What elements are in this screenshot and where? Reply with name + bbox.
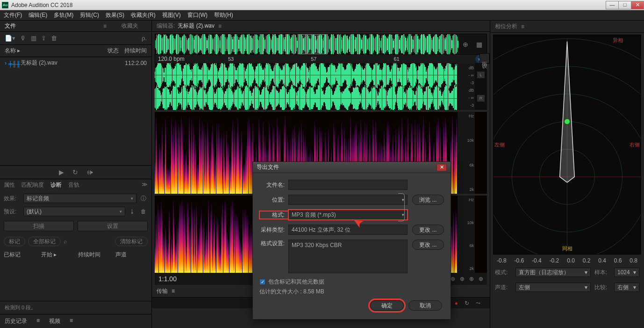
estimated-size: 估计的文件大小 : 8.58 MB: [259, 288, 444, 296]
phase-correlation-scale: -0.8-0.6-0.4-0.20.00.20.40.60.8: [490, 256, 644, 265]
maximize-button[interactable]: □: [618, 1, 631, 9]
transfer-label: 传输: [157, 287, 168, 295]
skip-selection-button[interactable]: ⤳: [476, 300, 480, 306]
format-settings-field: MP3 320 Kbps CBR: [288, 240, 408, 273]
phase-menu-icon[interactable]: ≡: [521, 23, 524, 30]
loop-icon[interactable]: ↻: [72, 168, 78, 176]
minimize-button[interactable]: —: [606, 1, 619, 9]
menu-effects[interactable]: 效果(S): [106, 11, 124, 19]
samples-select[interactable]: 1024▾: [614, 268, 639, 277]
include-metadata-checkbox[interactable]: ✓ 包含标记和其他元数据: [259, 278, 444, 286]
menu-file[interactable]: 文件(F): [4, 11, 22, 19]
mode-select[interactable]: 直方图（日志缩放）▾: [515, 268, 591, 277]
export-dialog: 导出文件 ✕ 文件名: 位置: ▾ 浏览 ... 格式: MP3 音频 (*.m…: [252, 161, 451, 320]
scan-button[interactable]: 扫描: [4, 221, 74, 231]
change-sample-button[interactable]: 更改 ...: [412, 225, 444, 235]
view-options-icon[interactable]: ▦: [476, 41, 482, 48]
tab-favorites[interactable]: 收藏夹: [122, 22, 138, 30]
menu-favorites[interactable]: 收藏夹(R): [131, 11, 156, 19]
change-format-button[interactable]: 更改 ...: [412, 240, 444, 250]
loop-button[interactable]: ↻: [465, 300, 469, 306]
file-bottom-controls: ▶ ↻ 🕪: [0, 165, 151, 179]
settings-button[interactable]: 设置: [78, 221, 148, 231]
main-waveform[interactable]: dB- ∞-3 dB- ∞-3 L R: [155, 63, 487, 110]
delete-icon[interactable]: 🗑: [51, 35, 57, 42]
channel-right-button[interactable]: R: [477, 95, 485, 102]
file-row[interactable]: › ╪╫╫ 无标题 (2).wav 112:2.00: [0, 57, 151, 69]
tab-loudness[interactable]: 匹配响度: [21, 181, 44, 189]
mark-button[interactable]: 标记: [4, 237, 25, 246]
effect-select[interactable]: 标记音频▾: [23, 194, 136, 203]
diagnostics-panel: 属性 匹配响度 诊断 音轨 ≫ 效果: 标记音频▾ ⓘ 预设: (默认)▾ ⭳ …: [0, 179, 151, 301]
editor-tabbar: 编辑器: 无标题 (2).wav ≡: [152, 21, 490, 32]
tab-track[interactable]: 音轨: [68, 181, 79, 189]
menu-help[interactable]: 帮助(H): [214, 11, 233, 19]
tab-history[interactable]: 历史记录: [5, 317, 27, 325]
filename-input[interactable]: [288, 180, 408, 190]
menu-clip[interactable]: 剪辑(C): [80, 11, 99, 19]
close-button[interactable]: ✕: [631, 1, 644, 9]
col-status[interactable]: 状态: [95, 47, 119, 55]
location-select[interactable]: ▾: [288, 195, 408, 205]
delete-preset-icon[interactable]: 🗑: [139, 207, 148, 216]
zoom-fit-icon[interactable]: ⊕: [463, 41, 468, 48]
timecode[interactable]: 1:1.00: [158, 275, 177, 283]
insert-icon[interactable]: ⇪: [41, 35, 46, 42]
menu-window[interactable]: 窗口(W): [187, 11, 208, 19]
ok-button[interactable]: 确定: [370, 300, 404, 311]
hz-scale-2: Hz10k6k2k: [457, 196, 475, 273]
col-name[interactable]: 名称 ▸: [5, 47, 95, 55]
dialog-titlebar[interactable]: 导出文件 ✕: [253, 162, 451, 173]
format-settings-label: 格式设置:: [259, 240, 288, 248]
files-panel-tabs: 文件 ≡ 收藏夹: [0, 21, 151, 32]
menu-edit[interactable]: 编辑(E): [29, 11, 47, 19]
cancel-button[interactable]: 取消: [408, 300, 442, 311]
tab-properties[interactable]: 属性: [4, 181, 15, 189]
play-icon[interactable]: ▶: [59, 168, 64, 176]
samples-label: 样本:: [594, 269, 610, 277]
col-duration[interactable]: 持续时间: [119, 47, 147, 55]
tab-video[interactable]: 视频: [49, 317, 60, 325]
preset-select[interactable]: (默认)▾: [23, 207, 125, 216]
record-button[interactable]: ●: [455, 300, 458, 306]
tab-files-menu-icon[interactable]: ≡: [103, 23, 107, 29]
files-toolbar: 📄▾ 🎙 ▥ ⇪ 🗑 ρ.: [0, 32, 151, 45]
sample-type-field: 44100 Hz 立体声, 32 位: [288, 225, 408, 235]
search-icon[interactable]: ρ.: [142, 35, 147, 42]
mark-search-icon[interactable]: ⌕: [64, 238, 112, 245]
window-buttons: — □ ✕: [606, 1, 644, 9]
tab-files[interactable]: 文件: [5, 22, 16, 30]
record-icon[interactable]: 🎙: [20, 35, 26, 42]
phase-title: 相位分析: [495, 22, 517, 30]
channel-select[interactable]: 左侧▾: [515, 283, 591, 292]
menu-multitrack[interactable]: 多轨(M): [54, 11, 73, 19]
overview-waveform[interactable]: ⊕ ▦: [155, 34, 487, 55]
diag-tabs: 属性 匹配响度 诊断 音轨 ≫: [4, 181, 148, 189]
time-ruler[interactable]: 120.0 bpm 53 57 61 ★: [155, 55, 487, 63]
channel-left-button[interactable]: L: [477, 71, 485, 79]
waveform-icon: ╪╫╫: [8, 61, 18, 66]
info-icon[interactable]: ⓘ: [139, 194, 148, 203]
bpm-display[interactable]: 120.0 bpm: [158, 56, 185, 62]
phase-label-top: 异相: [613, 37, 623, 44]
phase-label-bottom: 同相: [562, 245, 572, 252]
dialog-close-button[interactable]: ✕: [436, 164, 447, 171]
browse-button[interactable]: 浏览 ...: [412, 195, 444, 205]
editor-menu-icon[interactable]: ≡: [218, 23, 222, 29]
save-preset-icon[interactable]: ⭳: [128, 207, 136, 216]
clear-marks-button[interactable]: 清除标记: [115, 237, 148, 246]
more-tabs-icon[interactable]: ≫: [142, 181, 148, 189]
app-title: Adobe Audition CC 2018: [11, 2, 72, 8]
autoplay-icon[interactable]: 🕪: [86, 168, 93, 176]
compare-select[interactable]: 右侧▾: [614, 283, 639, 292]
menu-view[interactable]: 视图(V): [162, 11, 181, 19]
open-file-icon[interactable]: 📄▾: [5, 35, 15, 42]
filename-label: 文件名:: [259, 181, 288, 189]
mark-all-button[interactable]: 全部标记: [28, 237, 61, 246]
side-tab-amplitude[interactable]: 振设: [479, 53, 490, 64]
svg-marker-7: [560, 42, 575, 182]
format-select[interactable]: MP3 音频 (*.mp3)▾: [288, 210, 408, 220]
phase-label-right: 右侧: [630, 141, 640, 148]
multitrack-icon[interactable]: ▥: [31, 35, 36, 42]
tab-diagnostics[interactable]: 诊断: [50, 181, 62, 189]
